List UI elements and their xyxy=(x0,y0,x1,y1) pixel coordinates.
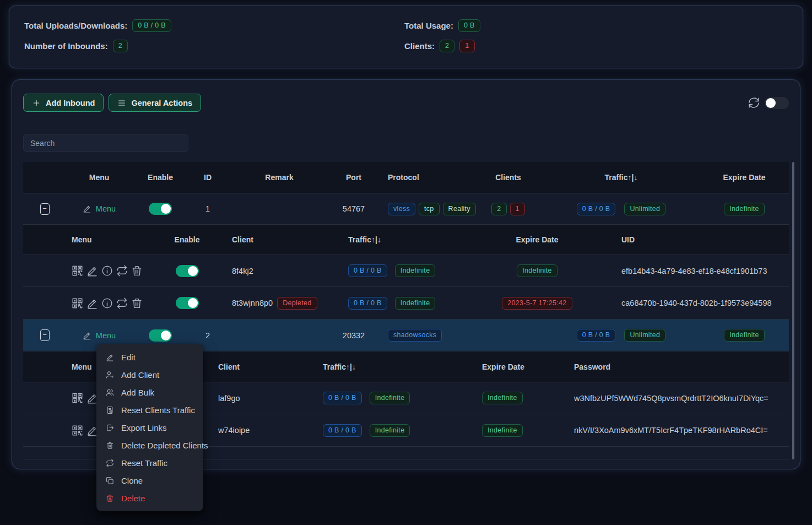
auto-refresh-toggle[interactable] xyxy=(765,97,789,109)
add-client-icon xyxy=(106,371,114,379)
qr-code-icon[interactable] xyxy=(72,392,83,404)
menu-item-add-client[interactable]: Add Client xyxy=(96,366,203,383)
inbound-context-menu: Edit Add Client Add Bulk Reset Clients T… xyxy=(96,344,203,511)
expire-badge: Indefinite xyxy=(517,264,557,277)
toggle-knob xyxy=(161,204,171,214)
search-input[interactable] xyxy=(23,134,188,152)
col-client: Client xyxy=(205,362,310,371)
menu-item-delete-depleted-clients[interactable]: Delete Depleted Clients xyxy=(96,436,203,454)
col-expire-date: Expire Date xyxy=(474,235,600,244)
collapse-row-button[interactable]: − xyxy=(40,203,50,215)
add-bulk-icon xyxy=(106,388,114,397)
stat-total-usage: Total Usage: 0 B xyxy=(404,19,788,32)
traffic-badge: 0 B / 0 B xyxy=(348,297,387,310)
client-enable-toggle[interactable] xyxy=(176,265,199,277)
client-password: nkV/I/3XoAm9v6xMT/T5IcrF4TpeTKF98rHARbRo… xyxy=(567,426,789,435)
menu-item-add-bulk[interactable]: Add Bulk xyxy=(96,383,203,401)
security-tag: Reality xyxy=(443,203,476,215)
collapse-row-button[interactable]: − xyxy=(40,329,50,341)
reset-traffic-icon xyxy=(106,459,114,467)
inbound-menu-button[interactable]: Menu xyxy=(83,204,116,213)
inbound-menu-button[interactable]: Menu xyxy=(83,331,116,340)
client-row-8t3wjnn8p0: 8t3wjnn8p0 Depleted 0 B / 0 B Indefinite… xyxy=(23,287,789,320)
clients-active-badge: 2 xyxy=(440,40,454,52)
menu-item-reset-clients-traffic[interactable]: Reset Clients Traffic xyxy=(96,401,203,419)
clients-depleted-badge: 1 xyxy=(459,40,474,52)
traffic-limit-badge: Indefinite xyxy=(395,297,436,310)
stat-total-uploads-downloads: Total Uploads/Downloads: 0 B / 0 B xyxy=(24,19,404,32)
edit-client-icon[interactable] xyxy=(86,265,98,277)
client-name: 8t3wjnn8p0 xyxy=(232,299,273,307)
inbound-menu-label: Menu xyxy=(96,204,116,213)
reset-traffic-icon[interactable] xyxy=(116,265,128,277)
protocol-tag: shadowsocks xyxy=(388,329,442,342)
menu-item-label: Reset Traffic xyxy=(121,458,167,468)
protocol-tag: vless xyxy=(388,203,415,215)
traffic-limit-badge: Indefinite xyxy=(370,424,410,437)
client-row-8f4kj2: 8f4kj2 0 B / 0 B Indefinite Indefinite e… xyxy=(23,255,789,287)
reset-traffic-icon[interactable] xyxy=(116,297,128,309)
client-uid: efb14b43-4a79-4e83-ef18-e48cf1901b73 xyxy=(600,267,789,275)
add-inbound-button[interactable]: Add Inbound xyxy=(23,94,104,112)
menu-item-label: Edit xyxy=(121,353,136,362)
menu-item-reset-traffic[interactable]: Reset Traffic xyxy=(96,454,203,472)
stat-value-badge: 0 B / 0 B xyxy=(132,19,171,32)
expire-badge: 2023-5-7 17:25:42 xyxy=(502,297,572,310)
menu-item-label: Add Bulk xyxy=(121,388,154,397)
delete-client-icon[interactable] xyxy=(131,297,143,309)
expire-badge: Indefinite xyxy=(482,392,523,404)
menu-item-clone[interactable]: Clone xyxy=(96,472,203,489)
inbound-id: 1 xyxy=(188,204,227,213)
col-uid: UID xyxy=(600,235,789,244)
col-traffic-sort[interactable]: Traffic↑|↓ xyxy=(310,362,474,371)
qr-code-icon[interactable] xyxy=(72,297,83,309)
menu-item-label: Export Links xyxy=(121,423,167,432)
edit-icon xyxy=(83,331,91,340)
inbound-enable-toggle[interactable] xyxy=(149,203,172,215)
info-icon[interactable] xyxy=(101,265,113,277)
traffic-badge: 0 B / 0 B xyxy=(323,424,362,437)
inbound-id: 2 xyxy=(188,331,227,340)
qr-code-icon[interactable] xyxy=(72,425,83,436)
transport-tag: tcp xyxy=(419,203,440,215)
traffic-badge: 0 B / 0 B xyxy=(348,264,387,277)
col-menu: Menu xyxy=(66,235,166,244)
col-id: ID xyxy=(188,173,227,182)
inbound-menu-label: Menu xyxy=(96,331,116,340)
stat-label: Number of Inbounds: xyxy=(24,41,108,51)
col-enable: Enable xyxy=(166,235,208,244)
delete-depleted-clients-icon xyxy=(106,441,114,450)
menu-item-export-links[interactable]: Export Links xyxy=(96,419,203,436)
menu-item-delete[interactable]: Delete xyxy=(96,489,203,507)
client-name: laf9go xyxy=(205,394,310,403)
col-traffic-sort[interactable]: Traffic↑|↓ xyxy=(543,173,700,182)
general-actions-button[interactable]: General Actions xyxy=(109,94,201,112)
edit-icon xyxy=(83,204,91,213)
traffic-badge: 0 B / 0 B xyxy=(577,329,616,342)
menu-item-label: Delete xyxy=(121,494,145,503)
menu-item-edit[interactable]: Edit xyxy=(96,348,203,366)
expire-badge: Indefinite xyxy=(482,424,523,437)
inbound-port: 54767 xyxy=(332,204,376,213)
qr-code-icon[interactable] xyxy=(72,265,83,277)
col-password: Password xyxy=(567,362,789,371)
delete-client-icon[interactable] xyxy=(131,265,143,277)
info-icon[interactable] xyxy=(101,297,113,309)
edit-client-icon[interactable] xyxy=(86,297,98,309)
stat-clients: Clients: 2 1 xyxy=(404,40,788,52)
traffic-badge: 0 B / 0 B xyxy=(323,392,362,404)
toggle-knob xyxy=(188,298,198,308)
stat-number-of-inbounds: Number of Inbounds: 2 xyxy=(24,40,404,52)
stat-label: Total Usage: xyxy=(404,21,453,30)
client-enable-toggle[interactable] xyxy=(176,297,199,309)
toggle-knob xyxy=(766,98,776,108)
table-scrollbar[interactable] xyxy=(792,162,794,459)
client-name: w74ioipe xyxy=(205,426,310,435)
col-traffic-sort[interactable]: Traffic↑|↓ xyxy=(310,235,474,244)
toolbar: Add Inbound General Actions xyxy=(23,94,789,112)
col-enable: Enable xyxy=(132,173,188,182)
inbound-enable-toggle[interactable] xyxy=(149,329,172,342)
traffic-limit-badge: Unlimited xyxy=(624,329,665,342)
refresh-button[interactable] xyxy=(748,97,760,109)
traffic-badge: 0 B / 0 B xyxy=(577,203,616,215)
